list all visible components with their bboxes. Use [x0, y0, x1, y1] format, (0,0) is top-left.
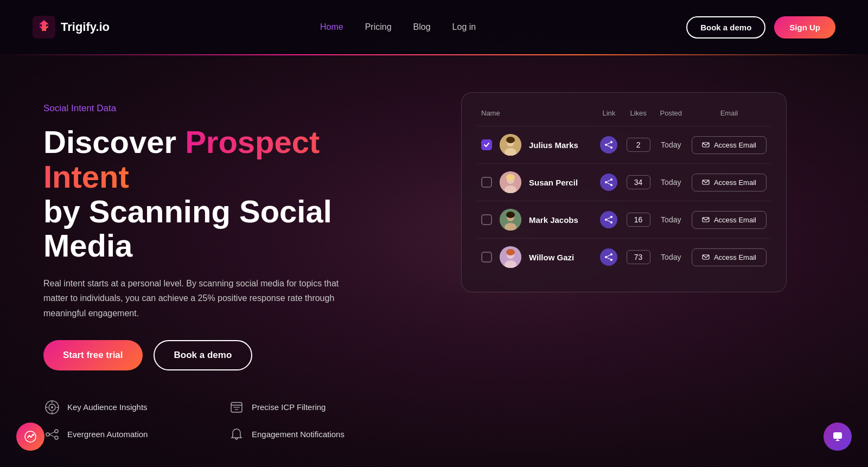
link-cell-1 — [596, 164, 622, 201]
nav-login[interactable]: Log in — [452, 22, 476, 32]
svg-line-54 — [607, 255, 610, 257]
analytics-icon — [24, 430, 37, 443]
email-cell-2: Access Email — [687, 201, 771, 239]
posted-text-2: Today — [661, 215, 681, 224]
feature-label-notifications: Engagement Notifications — [252, 430, 344, 439]
link-button-3[interactable] — [600, 248, 617, 266]
svg-point-20 — [506, 137, 515, 143]
row-checkbox-3[interactable] — [481, 252, 492, 263]
svg-line-44 — [607, 217, 610, 219]
row-checkbox-1[interactable] — [481, 177, 492, 188]
svg-point-21 — [610, 141, 612, 143]
share-icon — [604, 178, 613, 187]
likes-badge-2: 16 — [627, 213, 650, 227]
avatar-0 — [500, 134, 521, 156]
person-name-3: Willow Gazi — [529, 253, 574, 262]
feature-label-audience: Key Audience Insights — [67, 402, 148, 412]
email-cell-0: Access Email — [687, 126, 771, 164]
nav-blog[interactable]: Blog — [413, 22, 431, 32]
start-trial-button[interactable]: Start free trial — [43, 340, 143, 370]
likes-cell-0: 2 — [622, 126, 655, 164]
svg-point-23 — [610, 146, 612, 149]
col-link: Link — [596, 109, 622, 126]
access-email-button-3[interactable]: Access Email — [692, 248, 767, 266]
nav-signup-button[interactable]: Sign Up — [774, 16, 835, 39]
svg-line-34 — [607, 180, 610, 182]
fab-left-button[interactable] — [16, 423, 44, 451]
likes-badge-0: 2 — [627, 138, 650, 152]
hero-title-gradient: Prospect Intent — [43, 124, 320, 194]
data-panel-section: Name Link Likes Posted Email — [423, 87, 825, 292]
table-row: Susan Percil 34 Today — [477, 164, 771, 201]
main-content: Social Intent Data Discover Prospect Int… — [0, 54, 868, 443]
features-grid: Key Audience Insights Precise ICP Filter… — [43, 399, 391, 443]
email-icon — [702, 253, 710, 261]
hero-subtitle: Social Intent Data — [43, 103, 391, 114]
svg-point-33 — [610, 184, 612, 186]
posted-cell-2: Today — [655, 201, 687, 239]
prospects-table: Name Link Likes Posted Email — [477, 109, 771, 276]
hero-buttons: Start free trial Book a demo — [43, 340, 391, 370]
email-icon — [702, 216, 710, 223]
likes-cell-1: 34 — [622, 164, 655, 201]
nav-home[interactable]: Home — [320, 22, 343, 32]
email-cell-3: Access Email — [687, 239, 771, 276]
svg-point-41 — [610, 216, 612, 218]
hero-title-line2: by Scanning Social Media — [43, 194, 332, 264]
automation-icon — [43, 426, 61, 443]
logo[interactable]: Trigify.io — [33, 16, 110, 39]
posted-cell-3: Today — [655, 239, 687, 276]
svg-point-13 — [55, 430, 58, 433]
hero-description: Real intent starts at a personal level. … — [43, 276, 358, 321]
person-cell-0: Julius Marks — [477, 126, 596, 164]
share-icon — [604, 253, 613, 261]
book-demo-button[interactable]: Book a demo — [154, 340, 253, 370]
svg-line-35 — [607, 183, 610, 184]
row-checkbox-2[interactable] — [481, 214, 492, 225]
fab-right-button[interactable] — [824, 423, 852, 451]
person-cell-1: Susan Percil — [477, 164, 596, 201]
nav-book-demo-button[interactable]: Book a demo — [686, 16, 765, 39]
posted-text-3: Today — [661, 253, 681, 261]
link-button-2[interactable] — [600, 211, 617, 228]
likes-badge-1: 34 — [627, 175, 650, 189]
person-name-1: Susan Percil — [529, 178, 578, 187]
logo-text: Trigify.io — [61, 20, 110, 34]
link-button-1[interactable] — [600, 174, 617, 191]
svg-point-30 — [506, 174, 515, 181]
audience-icon — [43, 399, 61, 416]
person-name-2: Mark Jacobs — [529, 215, 578, 225]
row-checkbox-0[interactable] — [481, 139, 492, 150]
col-email: Email — [687, 109, 771, 126]
svg-line-55 — [607, 258, 610, 259]
data-panel: Name Link Likes Posted Email — [461, 92, 787, 292]
svg-point-14 — [55, 436, 58, 439]
svg-point-51 — [610, 253, 612, 255]
feature-key-audience: Key Audience Insights — [43, 399, 206, 416]
likes-cell-3: 73 — [622, 239, 655, 276]
feature-icp-filtering: Precise ICP Filtering — [228, 399, 391, 416]
col-posted: Posted — [655, 109, 687, 126]
likes-cell-2: 16 — [622, 201, 655, 239]
link-button-0[interactable] — [600, 136, 617, 153]
posted-cell-0: Today — [655, 126, 687, 164]
share-icon — [604, 215, 613, 224]
hero-title: Discover Prospect Intent by Scanning Soc… — [43, 125, 391, 263]
email-icon — [702, 178, 710, 186]
svg-line-24 — [607, 143, 610, 144]
svg-rect-58 — [833, 432, 842, 439]
access-email-button-0[interactable]: Access Email — [692, 136, 767, 154]
feature-automation: Evergreen Automation — [43, 426, 206, 443]
feature-label-automation: Evergreen Automation — [67, 430, 148, 439]
nav-pricing[interactable]: Pricing — [365, 22, 392, 32]
access-email-button-2[interactable]: Access Email — [692, 211, 767, 229]
avatar-1 — [500, 171, 521, 193]
table-row: Julius Marks 2 Today — [477, 126, 771, 164]
logo-icon — [33, 16, 55, 39]
navbar: Trigify.io Home Pricing Blog Log in Book… — [0, 0, 868, 54]
svg-point-32 — [605, 181, 607, 183]
access-email-button-1[interactable]: Access Email — [692, 174, 767, 191]
filter-icon — [228, 399, 245, 416]
bell-icon — [228, 426, 245, 443]
nav-actions: Book a demo Sign Up — [686, 16, 835, 39]
